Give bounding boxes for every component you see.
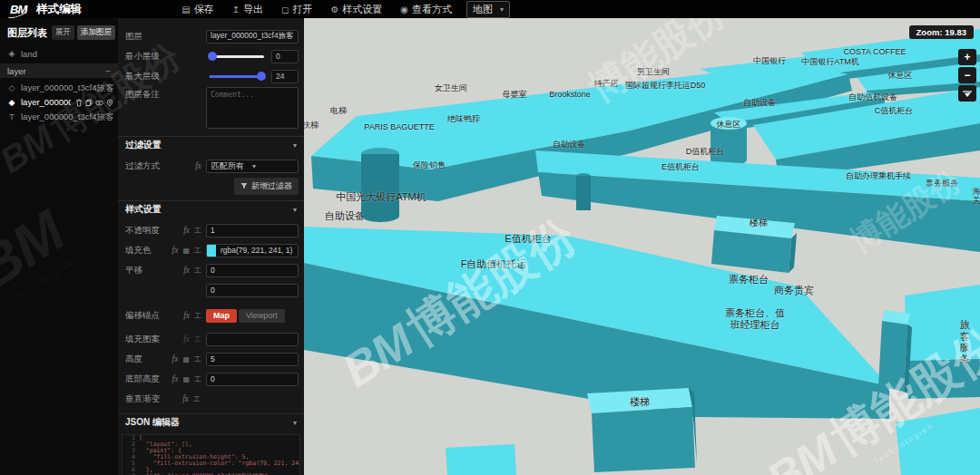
- color-swatch[interactable]: [207, 244, 216, 257]
- json-editor-title: JSON 编辑器: [125, 416, 293, 429]
- layer-list-panel: 图层列表 展开 添加图层 ◈ land layer − ◇ layer_0000…: [0, 18, 118, 475]
- max-zoom-value[interactable]: 24: [271, 70, 299, 83]
- min-zoom-slider[interactable]: [210, 55, 264, 58]
- view-mode-label: 查看方式: [412, 3, 452, 16]
- zoom-out-button[interactable]: −: [958, 67, 976, 83]
- fill-pattern-input[interactable]: [206, 333, 299, 346]
- zoom-range-icon[interactable]: 工: [193, 394, 201, 404]
- fx-icon[interactable]: fx: [183, 226, 190, 235]
- save-icon: ▤: [181, 5, 190, 15]
- layer-group-row[interactable]: layer −: [0, 63, 118, 78]
- view-icon: ◉: [400, 5, 408, 15]
- slider-handle[interactable]: [257, 72, 266, 81]
- translate-anchor-label: 偏移锚点: [125, 310, 183, 322]
- collapse-icon[interactable]: −: [105, 66, 113, 76]
- layer-item-selected[interactable]: ◆ layer_000000_t3cf4旅客设施面: [0, 95, 118, 110]
- fx-icon[interactable]: fx: [195, 161, 201, 170]
- filter-method-row: 过滤方式 fx 匹配所有 ▾: [118, 157, 304, 175]
- funnel-icon: [240, 182, 248, 189]
- layer-list-title: 图层列表: [7, 26, 49, 40]
- zoom-in-button[interactable]: +: [958, 49, 976, 65]
- style-section-header[interactable]: 样式设置 ▾: [118, 200, 304, 218]
- map-canvas[interactable]: 扶梯电梯PARIS BAGUETTE绝味鸭脖女卫生间母婴室Brookstone特…: [304, 18, 980, 475]
- max-zoom-slider[interactable]: [210, 75, 264, 78]
- min-zoom-row: 最小层级 0: [118, 47, 304, 65]
- translate-anchor-row: 偏移锚点 fx 工 Map Viewport: [118, 306, 304, 325]
- map-scene: 扶梯电梯PARIS BAGUETTE绝味鸭脖女卫生间母婴室Brookstone特…: [304, 22, 980, 475]
- anchor-map-button[interactable]: Map: [206, 309, 237, 323]
- pattern-grid-icon[interactable]: ▦: [182, 355, 190, 364]
- save-label: 保存: [194, 3, 214, 16]
- layer-item-land[interactable]: ◈ land: [0, 46, 118, 61]
- delete-icon[interactable]: [75, 99, 83, 107]
- fx-icon[interactable]: fx: [182, 394, 189, 403]
- app-logo: BM 样式编辑: [7, 2, 82, 17]
- toolbar-menu: ▤ 保存 ↥ 导出 ◻ 打开 ⚙ 样式设置 ◉ 查看方式: [181, 3, 452, 16]
- map-dropdown-value: 地图: [473, 3, 493, 16]
- pattern-grid-icon[interactable]: ▦: [182, 375, 190, 383]
- export-button[interactable]: ↥ 导出: [232, 3, 263, 16]
- fx-icon[interactable]: fx: [183, 334, 190, 344]
- opacity-input[interactable]: [206, 224, 299, 238]
- translate-y-row: [118, 281, 304, 299]
- min-zoom-label: 最小层级: [125, 51, 210, 63]
- add-filter-row: 新增过滤器: [118, 177, 304, 195]
- slider-handle[interactable]: [208, 52, 217, 61]
- zoom-range-icon[interactable]: 工: [194, 354, 201, 364]
- layer-item-label: layer_000000_t3cf4旅客设施面: [21, 82, 113, 94]
- layer-name-input[interactable]: [206, 30, 299, 44]
- zoom-range-icon[interactable]: 工: [194, 374, 201, 384]
- layer-actions: [75, 99, 113, 107]
- fx-icon[interactable]: fx: [172, 246, 179, 255]
- pattern-grid-icon[interactable]: ▦: [182, 247, 190, 255]
- save-button[interactable]: ▤ 保存: [181, 3, 213, 16]
- layer-item-text[interactable]: T layer_000000_t3cf4旅客设施面: [0, 110, 118, 124]
- add-filter-button[interactable]: 新增过滤器: [234, 178, 299, 195]
- app-title: 样式编辑: [36, 2, 82, 17]
- filter-method-select[interactable]: 匹配所有 ▾: [206, 160, 299, 173]
- layer-note-textarea[interactable]: [206, 87, 299, 129]
- style-section-title: 样式设置: [125, 203, 293, 216]
- zoom-range-icon[interactable]: 工: [194, 334, 201, 344]
- translate-y-input[interactable]: [206, 284, 299, 297]
- height-input[interactable]: [206, 353, 299, 366]
- fill-layer-icon: ◆: [7, 98, 16, 107]
- export-label: 导出: [243, 3, 263, 16]
- fx-icon[interactable]: fx: [183, 266, 190, 275]
- add-filter-label: 新增过滤器: [251, 180, 292, 192]
- fx-icon[interactable]: fx: [183, 311, 190, 320]
- layer-item-label: layer_000000_t3cf4旅客设施面: [21, 97, 71, 109]
- style-editor-app: BM 样式编辑 ▤ 保存 ↥ 导出 ◻ 打开 ⚙ 样式设置 ◉ 查看方式: [0, 0, 980, 475]
- open-label: 打开: [292, 3, 312, 16]
- min-zoom-value[interactable]: 0: [271, 50, 299, 63]
- view-mode-button[interactable]: ◉ 查看方式: [400, 3, 452, 16]
- zoom-range-icon[interactable]: 工: [194, 246, 201, 256]
- visibility-icon[interactable]: [95, 99, 103, 107]
- style-settings-button[interactable]: ⚙ 样式设置: [330, 3, 382, 16]
- height-row: 高度 fx ▦ 工: [118, 350, 304, 368]
- add-layer-button[interactable]: 添加图层: [77, 25, 115, 40]
- layer-item-outline[interactable]: ◇ layer_000000_t3cf4旅客设施面: [0, 81, 118, 95]
- anchor-viewport-button[interactable]: Viewport: [239, 309, 285, 323]
- compass-reset-button[interactable]: [958, 85, 976, 102]
- bm-logo-icon: BM: [7, 3, 29, 16]
- layer-name-label: 图层: [125, 31, 206, 43]
- translate-x-input[interactable]: [206, 264, 299, 277]
- fill-color-input[interactable]: rgba(79, 221, 241, 1): [206, 244, 299, 257]
- chevron-down-icon: ▾: [293, 419, 297, 427]
- locate-pin-icon[interactable]: [106, 99, 113, 107]
- map-dropdown[interactable]: 地图 ▾: [466, 1, 510, 18]
- chevron-down-icon: ▾: [293, 206, 297, 214]
- fx-icon[interactable]: fx: [172, 354, 179, 364]
- zoom-range-icon[interactable]: 工: [194, 311, 201, 321]
- json-editor-header[interactable]: JSON 编辑器 ▾: [118, 413, 304, 431]
- base-height-input[interactable]: [206, 373, 299, 386]
- zoom-range-icon[interactable]: 工: [194, 226, 201, 236]
- fx-icon[interactable]: fx: [172, 374, 179, 383]
- zoom-range-icon[interactable]: 工: [194, 266, 201, 276]
- open-button[interactable]: ◻ 打开: [281, 3, 312, 16]
- duplicate-icon[interactable]: [85, 99, 93, 107]
- filter-section-header[interactable]: 过滤设置 ▾: [118, 136, 304, 153]
- expand-button[interactable]: 展开: [52, 25, 74, 40]
- json-code-editor[interactable]: 1{2 "layout": [],3 "paint": {4 "fill-ext…: [122, 434, 300, 475]
